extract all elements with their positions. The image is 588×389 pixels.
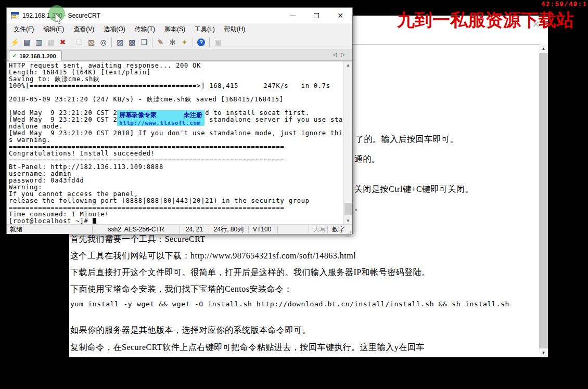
- status-caps-lock: 大写: [309, 226, 327, 234]
- toolbar-separator: [193, 37, 193, 47]
- recorder-watermark: 屏幕录像专家 未注册 http://www.tlxsoft.com: [117, 110, 204, 126]
- copy-icon: ❏: [73, 37, 85, 47]
- menu-item[interactable]: 工具(L): [190, 23, 220, 35]
- menu-item[interactable]: 编辑(E): [39, 23, 69, 35]
- scroll-up-icon[interactable]: ▲: [539, 44, 548, 53]
- document-line-fragment: 通的。: [354, 154, 380, 165]
- watermark-url: http://www.tlxsoft.com: [119, 120, 202, 126]
- menu-item[interactable]: 选项(O): [99, 23, 130, 35]
- minimize-icon: [290, 16, 296, 16]
- document-line-fragment: 。: [354, 202, 363, 213]
- disconnect-icon[interactable]: ✖: [57, 37, 69, 47]
- terminal-area[interactable]: HTTP request sent, awaiting response... …: [7, 61, 352, 224]
- status-spacer: [277, 226, 309, 234]
- terminal-scrollbar[interactable]: ▲ ▼: [343, 61, 352, 224]
- print-screen-icon[interactable]: ▨: [114, 37, 126, 47]
- document-line: 如果你的服务器是其他版本，选择对应你的系统版本命令即可。: [70, 325, 311, 336]
- document-line: 这个工具在我们网站可以下载：http://www.987654321sf.com…: [70, 251, 356, 262]
- reconnect-icon: ▦: [45, 37, 57, 47]
- status-num-lock: 数字: [327, 226, 346, 234]
- session-manager-icon: ▣: [212, 37, 224, 47]
- maximize-icon: [314, 13, 319, 18]
- status-emulation: VT100: [248, 226, 277, 234]
- document-scrollbar[interactable]: ▲ ▼: [539, 44, 548, 357]
- terminal-line: [Wed May 9 23:21:20 CST 2018] If you don…: [9, 130, 343, 137]
- menu-item[interactable]: 帮助(H): [220, 23, 250, 35]
- recorder-timer: 42:59/49:1: [541, 1, 587, 8]
- close-button[interactable]: ✕: [328, 8, 352, 23]
- tab-scroll-right-icon[interactable]: ▷: [341, 51, 349, 57]
- print-icon[interactable]: ❒: [138, 37, 150, 47]
- session-tab-label: 192.168.1.200: [19, 53, 56, 59]
- connect-icon[interactable]: ▤: [21, 37, 33, 47]
- print-selection-icon[interactable]: ▩: [126, 37, 138, 47]
- connect-in-tab-icon[interactable]: ▥: [33, 37, 45, 47]
- watermark-app-name: 屏幕录像专家: [119, 111, 157, 120]
- terminal-cursor: [93, 218, 96, 224]
- resize-grip[interactable]: [346, 225, 352, 234]
- terminal-line: 2018-05-09 23:21:20 (247 KB/s) - 鈥渁cme.s…: [9, 96, 343, 103]
- terminal-line: [root@localhost ~]#: [9, 218, 343, 224]
- status-cipher: ssh2: AES-256-CTR: [92, 226, 180, 234]
- terminal-text: HTTP request sent, awaiting response... …: [9, 62, 343, 224]
- scroll-down-icon[interactable]: ▼: [539, 348, 548, 357]
- global-options-icon[interactable]: ✻: [167, 37, 178, 47]
- menu-bar: 文件(F)编辑(E)查看(V)选项(O)传输(T)脚本(S)工具(L)帮助(H): [7, 23, 352, 35]
- toolbar-separator: [71, 37, 71, 47]
- app-icon: [11, 12, 19, 19]
- menu-item[interactable]: 传输(T): [130, 23, 160, 35]
- terminal-line: password: 0a43fd4d: [9, 177, 343, 184]
- scroll-up-icon[interactable]: ▲: [344, 61, 352, 69]
- document-line-fragment: 了的。输入后按回车即可。: [355, 134, 458, 145]
- toolbar-separator: [152, 37, 152, 47]
- document-command-line: yum install -y wget && wget -O install.s…: [70, 300, 509, 308]
- status-ready: 就绪: [7, 225, 92, 234]
- key-agent-icon[interactable]: ✦: [178, 37, 190, 47]
- securecrt-window: 192.168.1.200 - SecureCRT ✕ 文件(F)编辑(E)查看…: [6, 7, 353, 234]
- tab-scroll-arrows[interactable]: ◁▷: [333, 51, 349, 57]
- document-line: 首先我们需要一个工具：SecureCRT: [70, 234, 206, 245]
- document-line: 下面使用宝塔命令安装，我们找下宝塔的Centos安装命令：: [70, 284, 292, 295]
- paste-icon[interactable]: ▧: [85, 37, 97, 47]
- status-cursor-position: 24, 21: [180, 226, 209, 234]
- quick-connect-icon[interactable]: ⚡: [9, 37, 21, 47]
- session-options-icon[interactable]: ✎: [155, 37, 167, 47]
- document-line-fragment: 关闭是按Ctrl键+C键即可关闭。: [354, 184, 474, 195]
- status-terminal-size: 24行, 80列: [209, 226, 248, 234]
- maximize-button[interactable]: [304, 8, 328, 23]
- status-bar: 就绪 ssh2: AES-256-CTR 24, 21 24行, 80列 VT1…: [7, 224, 352, 234]
- scroll-down-icon[interactable]: ▼: [344, 217, 352, 224]
- watermark-status: 未注册: [184, 111, 202, 120]
- site-watermark-title: 九到一私服资源下载站: [397, 8, 574, 32]
- session-tab[interactable]: ✔ 192.168.1.200: [9, 50, 62, 61]
- menu-item[interactable]: 文件(F): [9, 23, 39, 35]
- toolbar: ⚡▤▥▦✖❏▧◎▨▩❒✎✻✦?▣: [7, 35, 352, 49]
- help-icon[interactable]: ?: [195, 37, 207, 47]
- scrollbar-thumb[interactable]: [344, 203, 352, 215]
- menu-item[interactable]: 查看(V): [69, 23, 99, 35]
- find-icon[interactable]: ◎: [97, 37, 109, 47]
- menu-item[interactable]: 脚本(S): [160, 23, 190, 35]
- tab-bar: ✔ 192.168.1.200 ◁▷: [7, 49, 352, 61]
- document-line: 复制命令，在SecureCRT软件上点右键即可把命令粘贴进去，按回车键执行。这里…: [70, 342, 425, 353]
- mouse-cursor-icon: [54, 14, 62, 25]
- toolbar-separator: [209, 37, 210, 47]
- tab-scroll-left-icon[interactable]: ◁: [333, 51, 341, 57]
- toolbar-separator: [111, 37, 112, 47]
- document-line: 下载后直接打开这个文件即可。很简单，打开后是这样的。我们输入服务器IP和帐号密码…: [70, 267, 430, 278]
- terminal-line: 100%[===================================…: [9, 83, 343, 89]
- connected-check-icon: ✔: [12, 53, 17, 59]
- close-icon: ✕: [337, 12, 343, 19]
- minimize-button[interactable]: [280, 8, 304, 23]
